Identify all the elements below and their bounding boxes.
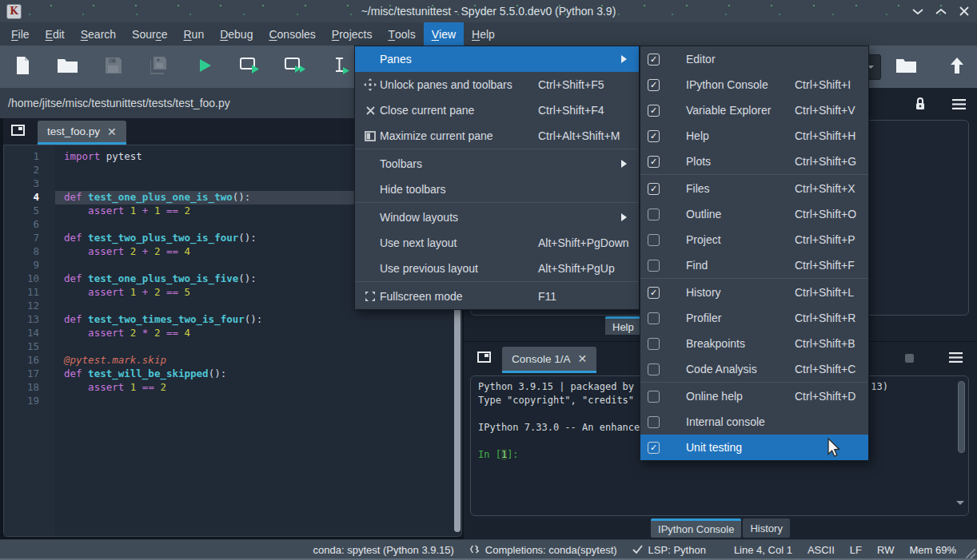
menu-item-shortcut: F11 bbox=[538, 290, 556, 303]
menu-source[interactable]: Source bbox=[124, 22, 175, 46]
go-to-parent-directory-button[interactable] bbox=[944, 54, 969, 80]
console-options-menu-icon[interactable] bbox=[949, 351, 963, 366]
view-menu-item-use-previous-layout[interactable]: Use previous layoutAlt+Shift+PgUp bbox=[355, 256, 639, 281]
run-file-button[interactable] bbox=[192, 54, 217, 80]
resize-grip[interactable] bbox=[966, 549, 975, 558]
code-line-17: def test_will_be_skipped(): bbox=[55, 367, 461, 381]
help-options-menu-icon[interactable] bbox=[952, 98, 966, 113]
view-menu-item-close-current-pane[interactable]: Close current paneCtrl+Shift+F4 bbox=[355, 97, 639, 123]
panes-item-code-analysis[interactable]: Code AnalysisCtrl+Shift+C bbox=[640, 356, 868, 382]
view-menu-item-panes[interactable]: Panes bbox=[355, 46, 639, 72]
close-button[interactable] bbox=[958, 5, 971, 18]
tab-help[interactable]: Help bbox=[605, 316, 641, 335]
browse-working-directory-button[interactable] bbox=[894, 54, 919, 80]
scroll-down-icon[interactable] bbox=[956, 501, 964, 509]
menu-tools[interactable]: Tools bbox=[380, 22, 423, 46]
line-number: 14 bbox=[4, 327, 55, 340]
line-number: 3 bbox=[4, 177, 55, 191]
menu-item-shortcut: Ctrl+Shift+X bbox=[795, 182, 855, 195]
line-number: 7 bbox=[4, 232, 55, 245]
tab-close-icon[interactable]: ✕ bbox=[107, 126, 117, 137]
tab-close-icon[interactable]: ✕ bbox=[578, 353, 588, 364]
maximize-button[interactable] bbox=[935, 5, 947, 18]
code-line-18: assert 1 == 2 bbox=[55, 381, 461, 395]
run-selection-button[interactable] bbox=[329, 54, 353, 80]
panes-item-internal-console[interactable]: Internal console bbox=[640, 409, 868, 435]
encoding-status: ASCII bbox=[808, 544, 835, 556]
menu-item-shortcut: Ctrl+Shift+L bbox=[795, 286, 854, 299]
panes-item-plots[interactable]: ✓PlotsCtrl+Shift+G bbox=[640, 149, 868, 174]
panes-item-help[interactable]: ✓HelpCtrl+Shift+H bbox=[640, 123, 868, 149]
panes-item-history[interactable]: ✓HistoryCtrl+Shift+L bbox=[640, 280, 868, 305]
save-button[interactable] bbox=[101, 54, 126, 80]
menu-item-label: Panes bbox=[380, 53, 412, 66]
menu-item-label: Use next layout bbox=[380, 236, 457, 249]
menu-edit[interactable]: Edit bbox=[38, 22, 73, 46]
submenu-arrow-icon bbox=[621, 55, 631, 63]
memory-status: Mem 69% bbox=[909, 544, 956, 556]
menu-view[interactable]: View bbox=[424, 22, 464, 46]
checkbox-unchecked-icon bbox=[648, 312, 660, 324]
view-menu-item-unlock-panes-and-toolbars[interactable]: Unlock panes and toolbarsCtrl+Shift+F5 bbox=[355, 72, 639, 97]
interrupt-kernel-icon[interactable] bbox=[905, 354, 914, 363]
checkbox-unchecked-icon bbox=[648, 363, 660, 375]
line-number: 19 bbox=[4, 395, 55, 408]
check-icon bbox=[632, 544, 643, 556]
menu-item-label: Unit testing bbox=[686, 441, 742, 454]
menu-help[interactable]: Help bbox=[464, 22, 503, 46]
title-bar[interactable]: K ~/misc/testunittest - Spyder 5.5.0.dev… bbox=[0, 0, 977, 22]
line-number: 9 bbox=[4, 259, 55, 272]
code-line-16: @pytest.mark.skip bbox=[55, 354, 461, 367]
menu-file[interactable]: File bbox=[3, 22, 38, 46]
menu-consoles[interactable]: Consoles bbox=[261, 22, 323, 46]
panes-item-project[interactable]: ProjectCtrl+Shift+P bbox=[640, 227, 868, 252]
lock-icon[interactable] bbox=[915, 97, 926, 113]
console-tab-label: Console 1/A bbox=[512, 353, 571, 365]
panes-item-files[interactable]: ✓FilesCtrl+Shift+X bbox=[640, 176, 868, 201]
menu-item-shortcut: Ctrl+Alt+Shift+M bbox=[538, 129, 620, 142]
save-all-icon bbox=[150, 56, 169, 78]
view-menu-item-use-next-layout[interactable]: Use next layoutAlt+Shift+PgDown bbox=[355, 230, 639, 256]
completions-icon bbox=[469, 544, 480, 557]
menu-run[interactable]: Run bbox=[175, 22, 212, 46]
view-menu-item-toolbars[interactable]: Toolbars bbox=[355, 151, 639, 177]
panes-item-find[interactable]: FindCtrl+Shift+F bbox=[640, 252, 868, 278]
panes-item-ipython-console[interactable]: ✓IPython ConsoleCtrl+Shift+I bbox=[640, 72, 868, 97]
panes-item-outline[interactable]: OutlineCtrl+Shift+O bbox=[640, 201, 868, 227]
checkbox-checked-icon: ✓ bbox=[648, 105, 660, 117]
console-scrollbar[interactable] bbox=[956, 379, 965, 512]
minimize-button[interactable] bbox=[911, 5, 924, 18]
view-menu-item-maximize-current-pane[interactable]: Maximize current paneCtrl+Alt+Shift+M bbox=[355, 123, 639, 149]
menu-projects[interactable]: Projects bbox=[324, 22, 381, 46]
menu-item-label: Hide toolbars bbox=[380, 183, 446, 196]
panes-item-online-help[interactable]: Online helpCtrl+Shift+D bbox=[640, 383, 868, 409]
panes-item-breakpoints[interactable]: BreakpointsCtrl+Shift+B bbox=[640, 331, 868, 356]
open-file-button[interactable] bbox=[55, 54, 80, 80]
panes-item-profiler[interactable]: ProfilerCtrl+Shift+R bbox=[640, 305, 868, 331]
run-cell-and-advance-button[interactable] bbox=[283, 54, 308, 80]
editor-tab-test-foo[interactable]: test_foo.py ✕ bbox=[38, 121, 126, 145]
new-file-button[interactable] bbox=[10, 54, 34, 80]
console-tab[interactable]: Console 1/A ✕ bbox=[502, 347, 596, 373]
save-all-button[interactable] bbox=[146, 54, 171, 80]
panes-item-variable-explorer[interactable]: ✓Variable ExplorerCtrl+Shift+V bbox=[640, 97, 868, 123]
menu-item-shortcut: Ctrl+Shift+D bbox=[795, 390, 855, 403]
view-menu-item-window-layouts[interactable]: Window layouts bbox=[355, 205, 639, 230]
scrollbar-thumb[interactable] bbox=[958, 381, 965, 453]
tab-history[interactable]: History bbox=[743, 518, 789, 538]
view-menu-item-fullscreen-mode[interactable]: Fullscreen modeF11 bbox=[355, 284, 639, 309]
panes-item-editor[interactable]: ✓Editor bbox=[640, 46, 868, 72]
run-cell-button[interactable] bbox=[237, 54, 262, 80]
view-menu-item-hide-toolbars[interactable]: Hide toolbars bbox=[355, 177, 639, 202]
browse-tabs-icon[interactable] bbox=[11, 125, 25, 139]
menu-debug[interactable]: Debug bbox=[212, 22, 261, 46]
tab-ipython-console[interactable]: IPython Console bbox=[651, 518, 741, 538]
browse-tabs-icon[interactable] bbox=[477, 351, 491, 366]
save-icon bbox=[105, 57, 122, 77]
menu-search[interactable]: Search bbox=[73, 22, 124, 46]
menu-item-label: Project bbox=[686, 233, 721, 246]
menu-item-shortcut: Ctrl+Shift+O bbox=[795, 208, 856, 220]
menu-item-label: Close current pane bbox=[380, 104, 474, 117]
menu-item-shortcut: Ctrl+Shift+B bbox=[795, 337, 855, 350]
menu-item-shortcut: Ctrl+Shift+V bbox=[795, 104, 855, 117]
